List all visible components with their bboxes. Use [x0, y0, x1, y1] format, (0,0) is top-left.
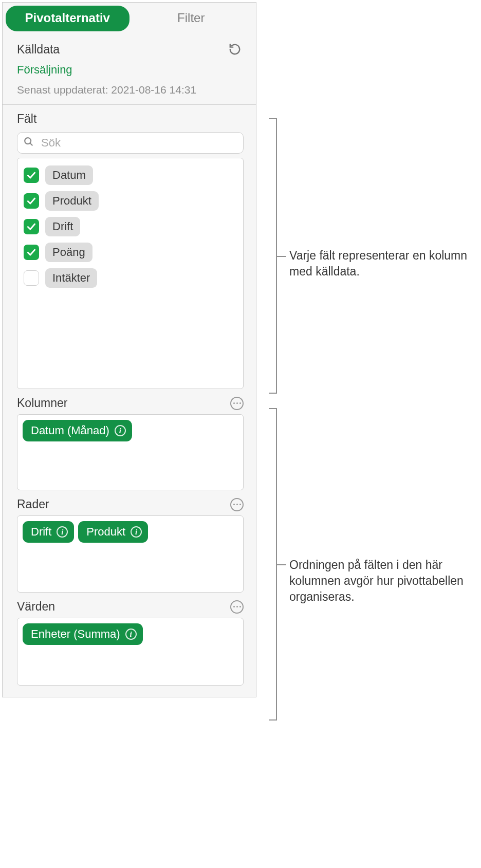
- field-chip[interactable]: Drift: [45, 217, 80, 236]
- field-pill-label: Enheter (Summa): [31, 627, 120, 641]
- tab-filter[interactable]: Filter: [130, 6, 253, 31]
- info-icon[interactable]: i: [131, 526, 142, 538]
- svg-line-1: [30, 143, 33, 146]
- source-data-heading: Källdata: [17, 43, 60, 57]
- info-icon[interactable]: i: [125, 629, 137, 640]
- field-pill-label: Produkt: [86, 525, 125, 539]
- field-pill[interactable]: Enheter (Summa)i: [23, 623, 143, 645]
- search-icon: [23, 136, 34, 150]
- columns-drop-zone[interactable]: Datum (Månad)i: [17, 414, 244, 490]
- refresh-icon: [228, 43, 242, 56]
- source-table-name[interactable]: Försäljning: [17, 63, 244, 77]
- field-pill[interactable]: Drifti: [23, 521, 74, 543]
- field-checkbox[interactable]: [24, 270, 39, 286]
- columns-more-button[interactable]: [230, 397, 244, 410]
- field-checkbox[interactable]: [24, 245, 39, 260]
- field-row: Drift: [23, 214, 238, 239]
- field-row: Poäng: [23, 239, 238, 265]
- values-section: Värden Enheter (Summa)i: [3, 593, 256, 686]
- rows-section: Rader DriftiProdukti: [3, 490, 256, 593]
- field-pill[interactable]: Datum (Månad)i: [23, 420, 132, 441]
- callout-bracket-order: [263, 408, 277, 721]
- columns-section: Kolumner Datum (Månad)i: [3, 389, 256, 490]
- fields-list: DatumProduktDriftPoängIntäkter: [17, 158, 244, 389]
- fields-heading: Fält: [17, 112, 244, 126]
- fields-search-input[interactable]: [17, 132, 244, 154]
- field-checkbox[interactable]: [24, 193, 39, 209]
- field-chip[interactable]: Produkt: [45, 191, 99, 211]
- field-pill[interactable]: Produkti: [78, 521, 148, 543]
- values-more-button[interactable]: [230, 600, 244, 614]
- tab-pivot-options[interactable]: Pivotalternativ: [6, 6, 130, 31]
- field-checkbox[interactable]: [24, 219, 39, 234]
- columns-heading: Kolumner: [17, 396, 67, 410]
- pivot-options-panel: Pivotalternativ Filter Källdata Försäljn…: [2, 2, 256, 697]
- fields-block: Fält DatumProduktDriftPoängIntäkter: [3, 105, 256, 389]
- field-checkbox[interactable]: [24, 168, 39, 183]
- field-chip[interactable]: Datum: [45, 165, 93, 185]
- refresh-button[interactable]: [226, 41, 244, 58]
- callouts-area: Varje fält representerar en kolumn med k…: [256, 2, 479, 697]
- tab-bar: Pivotalternativ Filter: [3, 3, 256, 31]
- callout-tick-order: [277, 564, 286, 565]
- field-chip[interactable]: Poäng: [45, 243, 92, 262]
- values-drop-zone[interactable]: Enheter (Summa)i: [17, 618, 244, 686]
- field-row: Datum: [23, 162, 238, 188]
- values-heading: Värden: [17, 600, 55, 614]
- last-updated-text: Senast uppdaterat: 2021-08-16 14:31: [17, 84, 244, 96]
- info-icon[interactable]: i: [57, 526, 68, 538]
- svg-point-0: [25, 138, 31, 144]
- source-data-block: Källdata Försäljning Senast uppdaterat: …: [3, 31, 256, 105]
- callout-tick-fields: [277, 256, 286, 257]
- info-icon[interactable]: i: [115, 425, 126, 436]
- rows-more-button[interactable]: [230, 498, 244, 511]
- rows-heading: Rader: [17, 497, 49, 511]
- callout-bracket-fields: [263, 118, 277, 394]
- field-pill-label: Datum (Månad): [31, 424, 109, 437]
- field-chip[interactable]: Intäkter: [45, 268, 97, 288]
- field-pill-label: Drift: [31, 525, 51, 539]
- field-row: Intäkter: [23, 265, 238, 291]
- field-row: Produkt: [23, 188, 238, 214]
- callout-text-order: Ordningen på fälten i den här kolumnen a…: [289, 557, 475, 605]
- callout-text-fields: Varje fält representerar en kolumn med k…: [289, 248, 475, 280]
- rows-drop-zone[interactable]: DriftiProdukti: [17, 515, 244, 593]
